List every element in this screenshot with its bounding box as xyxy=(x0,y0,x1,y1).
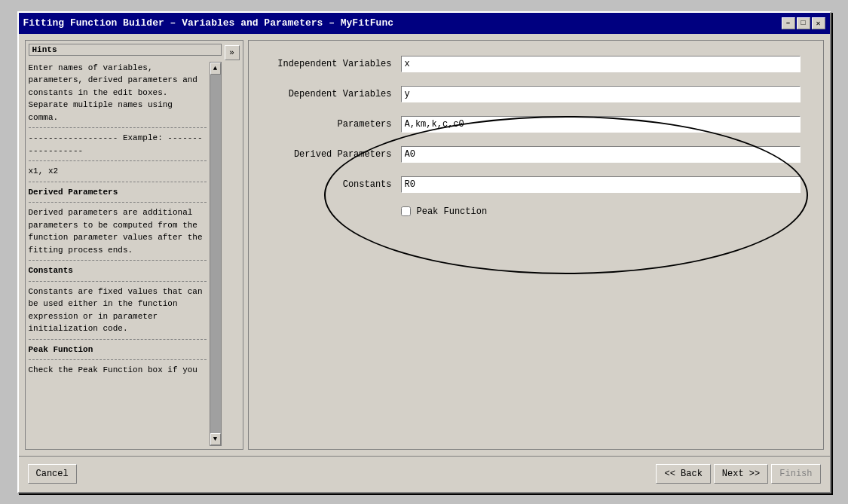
hints-title: Hints xyxy=(29,44,222,56)
parameters-input[interactable] xyxy=(401,116,801,133)
next-button[interactable]: Next >> xyxy=(714,464,768,484)
close-button[interactable]: ✕ xyxy=(812,17,825,29)
scroll-down-button[interactable]: ▼ xyxy=(210,433,221,445)
hints-content: Enter names of variables, parameters, de… xyxy=(29,62,208,446)
finish-button[interactable]: Finish xyxy=(771,464,820,484)
navigation-buttons: << Back Next >> Finish xyxy=(656,464,820,484)
dependent-variables-label: Dependent Variables xyxy=(271,89,392,99)
dependent-variables-row: Dependent Variables xyxy=(271,86,801,102)
hints-scrollbar[interactable]: ▲ ▼ xyxy=(210,62,222,446)
derived-parameters-label: Derived Parameters xyxy=(271,149,392,160)
constants-input[interactable] xyxy=(401,176,801,193)
bottom-bar: Cancel << Back Next >> Finish xyxy=(19,456,830,492)
content-area: Hints Enter names of variables, paramete… xyxy=(19,34,830,456)
peak-function-checkbox[interactable] xyxy=(401,206,411,216)
back-button[interactable]: << Back xyxy=(656,464,710,484)
highlight-ellipse xyxy=(324,116,808,274)
independent-variables-label: Independent Variables xyxy=(271,59,392,69)
title-bar-buttons: – □ ✕ xyxy=(782,17,825,29)
constants-row: Constants xyxy=(271,176,801,193)
window-title: Fitting Function Builder – Variables and… xyxy=(23,17,393,29)
hints-panel: Hints Enter names of variables, paramete… xyxy=(25,40,243,450)
dependent-variables-input[interactable] xyxy=(401,86,801,102)
parameters-row: Parameters xyxy=(271,116,801,133)
scroll-up-button[interactable]: ▲ xyxy=(210,63,221,75)
peak-function-row: Peak Function xyxy=(401,206,801,217)
minimize-button[interactable]: – xyxy=(782,17,795,29)
cancel-button[interactable]: Cancel xyxy=(28,464,77,484)
form-panel: Independent Variables Dependent Variable… xyxy=(248,40,824,450)
maximize-button[interactable]: □ xyxy=(797,17,810,29)
title-bar: Fitting Function Builder – Variables and… xyxy=(19,13,830,34)
derived-parameters-row: Derived Parameters xyxy=(271,146,801,163)
constants-label: Constants xyxy=(271,179,392,190)
scroll-track xyxy=(210,75,221,433)
independent-variables-input[interactable] xyxy=(401,56,801,72)
parameters-label: Parameters xyxy=(271,119,392,130)
independent-variables-row: Independent Variables xyxy=(271,56,801,72)
derived-parameters-input[interactable] xyxy=(401,146,801,163)
expand-button[interactable]: » xyxy=(225,45,240,60)
peak-function-label: Peak Function xyxy=(417,206,488,217)
main-window: Fitting Function Builder – Variables and… xyxy=(17,11,831,493)
